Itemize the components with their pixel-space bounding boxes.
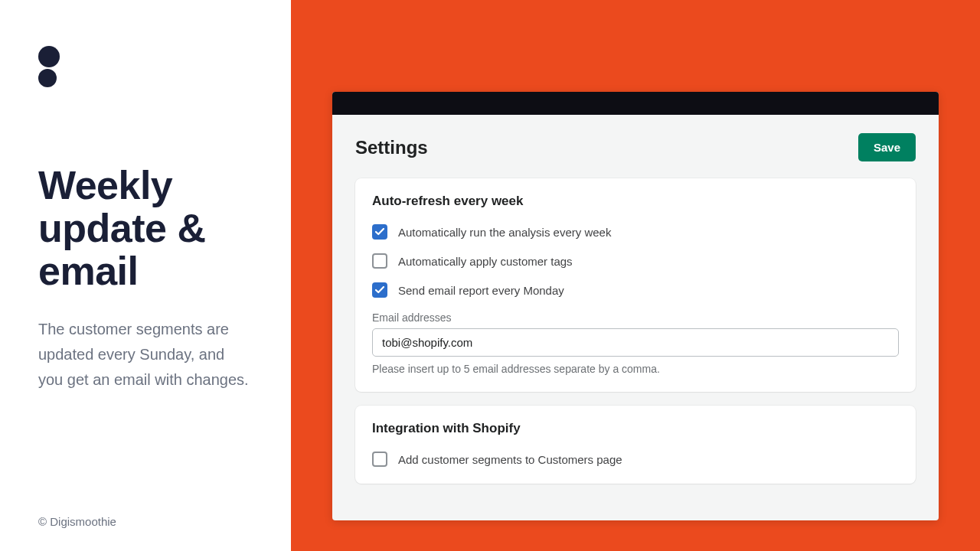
checkbox-label: Automatically run the analysis every wee…	[398, 226, 611, 239]
copyright: © Digismoothie	[38, 515, 116, 528]
check-icon	[375, 286, 384, 294]
card-title-auto-refresh: Auto-refresh every week	[372, 194, 899, 209]
checkbox-email-report[interactable]	[372, 282, 387, 298]
email-help-text: Please insert up to 5 email addresses se…	[372, 363, 899, 375]
app-window: Settings Save Auto-refresh every week Au…	[332, 92, 939, 520]
card-auto-refresh: Auto-refresh every week Automatically ru…	[355, 178, 916, 392]
checkbox-label: Add customer segments to Customers page	[398, 453, 622, 466]
checkbox-run-analysis[interactable]	[372, 224, 387, 240]
email-field-label: Email addresses	[372, 311, 899, 324]
checkbox-label: Send email report every Monday	[398, 284, 564, 297]
page-title: Settings	[355, 137, 428, 158]
card-title-integration: Integration with Shopify	[372, 421, 899, 436]
checkbox-apply-tags[interactable]	[372, 253, 387, 269]
headline-description: The customer segments are updated every …	[38, 317, 253, 393]
logo-icon	[38, 46, 253, 87]
window-topbar	[332, 92, 939, 115]
headline: Weekly update & email	[38, 164, 253, 292]
checkbox-add-segments[interactable]	[372, 452, 387, 467]
check-icon	[375, 228, 384, 236]
save-button[interactable]: Save	[858, 133, 916, 161]
email-input[interactable]	[372, 328, 899, 357]
checkbox-label: Automatically apply customer tags	[398, 255, 573, 268]
card-integration: Integration with Shopify Add customer se…	[355, 406, 916, 484]
